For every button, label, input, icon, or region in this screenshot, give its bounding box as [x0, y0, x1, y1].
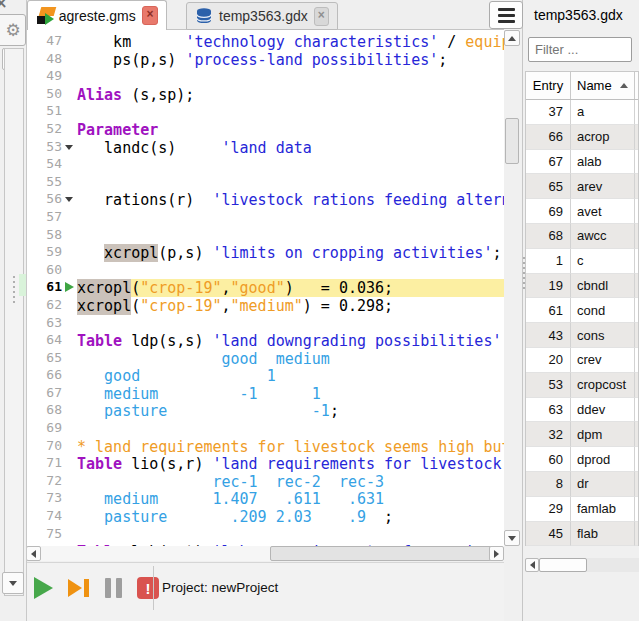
- entry-cell[interactable]: 8: [526, 472, 571, 497]
- splitter-grip[interactable]: [13, 276, 16, 303]
- gutter-marker-column[interactable]: [64, 262, 77, 280]
- code-text[interactable]: landc(s) 'land data: [77, 139, 504, 157]
- close-tab-icon[interactable]: ×: [142, 6, 158, 25]
- name-cell[interactable]: dprod: [571, 447, 635, 472]
- gutter-marker-column[interactable]: [64, 526, 77, 544]
- code-line[interactable]: 59 xcropl(p,s) 'limits on cropping activ…: [26, 244, 504, 262]
- run-button[interactable]: [30, 575, 56, 601]
- scrollbar-thumb[interactable]: [505, 118, 519, 164]
- scrollbar-thumb[interactable]: [270, 546, 494, 561]
- code-line[interactable]: 68 pasture -1;: [26, 402, 504, 420]
- gutter-marker-column[interactable]: [64, 508, 77, 526]
- code-text[interactable]: good 1: [77, 367, 504, 385]
- code-text[interactable]: Table ldp(s,s) 'land downgrading possibi…: [77, 332, 504, 350]
- name-cell[interactable]: flab: [571, 522, 635, 547]
- code-text[interactable]: [77, 68, 504, 86]
- table-row[interactable]: 65arev: [526, 174, 638, 199]
- table-row[interactable]: 67alab: [526, 150, 638, 175]
- entry-cell[interactable]: 45: [526, 522, 571, 547]
- gutter-marker-column[interactable]: [64, 385, 77, 403]
- gutter-marker-column[interactable]: [64, 174, 77, 192]
- gutter-marker-column[interactable]: [64, 402, 77, 420]
- gutter-marker-column[interactable]: [64, 33, 77, 51]
- run-to-end-button[interactable]: [65, 575, 91, 601]
- name-cell[interactable]: cbndl: [571, 274, 635, 299]
- name-cell[interactable]: dpm: [571, 422, 635, 447]
- editor-horizontal-scrollbar[interactable]: [26, 546, 504, 561]
- column-header-name[interactable]: Name: [571, 72, 635, 99]
- gutter-marker-column[interactable]: [64, 191, 77, 209]
- code-line[interactable]: 53 landc(s) 'land data: [26, 139, 504, 157]
- settings-button[interactable]: ⚙: [0, 14, 26, 46]
- gutter-marker-column[interactable]: [64, 227, 77, 245]
- code-text[interactable]: xcropl("crop-19","medium") = 0.298;: [77, 297, 504, 315]
- gutter-marker-column[interactable]: [64, 121, 77, 139]
- code-text[interactable]: ps(p,s) 'process-land possibilities';: [77, 51, 504, 69]
- panel-splitter-grip[interactable]: [523, 257, 526, 289]
- gutter-marker-column[interactable]: [64, 156, 77, 174]
- entry-cell[interactable]: 32: [526, 422, 571, 447]
- code-line[interactable]: 73 medium 1.407 .611 .631: [26, 490, 504, 508]
- code-text[interactable]: medium 1.407 .611 .631: [77, 490, 504, 508]
- name-cell[interactable]: c: [571, 249, 635, 274]
- code-text[interactable]: [77, 174, 504, 192]
- pause-button[interactable]: [100, 575, 126, 601]
- close-tab-icon[interactable]: ×: [314, 7, 329, 26]
- entry-cell[interactable]: 53: [526, 373, 571, 398]
- code-line[interactable]: 61xcropl("crop-19","good") = 0.036;: [26, 279, 504, 297]
- gutter-marker-column[interactable]: [64, 244, 77, 262]
- gutter-marker-column[interactable]: [64, 297, 77, 315]
- entry-cell[interactable]: 65: [526, 174, 571, 199]
- scroll-down-button[interactable]: [2, 572, 24, 594]
- name-cell[interactable]: cons: [571, 323, 635, 348]
- code-line[interactable]: 70* land requirements for livestock seem…: [26, 438, 504, 456]
- name-cell[interactable]: famlab: [571, 497, 635, 522]
- gutter-marker-column[interactable]: [64, 473, 77, 491]
- table-row[interactable]: 19cbndl: [526, 274, 638, 299]
- entry-cell[interactable]: 19: [526, 274, 571, 299]
- entry-cell[interactable]: 37: [526, 100, 571, 125]
- entry-cell[interactable]: 61: [526, 298, 571, 323]
- code-line[interactable]: 64Table ldp(s,s) 'land downgrading possi…: [26, 332, 504, 350]
- code-text[interactable]: Alias (s,sp);: [77, 86, 504, 104]
- table-row[interactable]: 60dprod: [526, 447, 638, 472]
- code-text[interactable]: pasture .209 2.03 .9 ;: [77, 508, 504, 526]
- name-cell[interactable]: acrop: [571, 125, 635, 150]
- gutter-marker-column[interactable]: [64, 367, 77, 385]
- entry-cell[interactable]: 67: [526, 150, 571, 175]
- entry-cell[interactable]: 43: [526, 323, 571, 348]
- code-text[interactable]: Table lio(s,r) 'land requirements for li…: [77, 455, 504, 473]
- code-line[interactable]: 74 pasture .209 2.03 .9 ;: [26, 508, 504, 526]
- gutter-marker-column[interactable]: [64, 455, 77, 473]
- name-cell[interactable]: ddev: [571, 398, 635, 423]
- code-line[interactable]: 72 rec-1 rec-2 rec-3: [26, 473, 504, 491]
- entry-cell[interactable]: 20: [526, 348, 571, 373]
- code-text[interactable]: [77, 209, 504, 227]
- code-text[interactable]: rec-1 rec-2 rec-3: [77, 473, 504, 491]
- code-text[interactable]: * land requirements for livestock seems …: [77, 438, 504, 456]
- code-line[interactable]: 57: [26, 209, 504, 227]
- gutter-marker-column[interactable]: [64, 438, 77, 456]
- code-text[interactable]: [77, 156, 504, 174]
- table-row[interactable]: 29famlab: [526, 497, 638, 522]
- code-text[interactable]: km 'technology characteristics' / equipm…: [77, 33, 504, 51]
- fold-collapse-icon[interactable]: [65, 197, 73, 202]
- code-line[interactable]: 65 good medium: [26, 350, 504, 368]
- code-text[interactable]: [77, 315, 504, 333]
- tab-temp3563-gdx[interactable]: temp3563.gdx ×: [186, 2, 338, 30]
- entry-cell[interactable]: 63: [526, 398, 571, 423]
- table-row[interactable]: 8dr: [526, 472, 638, 497]
- name-cell[interactable]: awcc: [571, 224, 635, 249]
- code-text[interactable]: [77, 103, 504, 121]
- code-text[interactable]: Parameter: [77, 121, 504, 139]
- name-cell[interactable]: arev: [571, 174, 635, 199]
- entry-cell[interactable]: 69: [526, 199, 571, 224]
- code-text[interactable]: medium -1 1: [77, 385, 504, 403]
- code-editor[interactable]: 47 km 'technology characteristics' / equ…: [26, 30, 504, 549]
- editor-vertical-scrollbar[interactable]: [504, 30, 520, 546]
- table-row[interactable]: 66acrop: [526, 125, 638, 150]
- name-cell[interactable]: alab: [571, 150, 635, 175]
- scroll-left-button[interactable]: [26, 546, 41, 561]
- code-line[interactable]: 48 ps(p,s) 'process-land possibilities';: [26, 51, 504, 69]
- gutter-marker-column[interactable]: [64, 490, 77, 508]
